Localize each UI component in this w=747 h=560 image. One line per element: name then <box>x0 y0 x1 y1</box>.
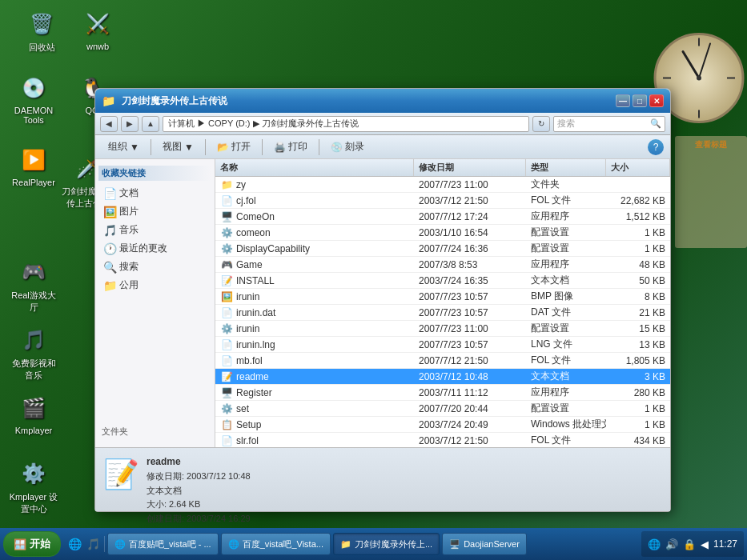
desktop-icon-kmset[interactable]: ⚙️ Kmplayer 设置中心 <box>8 458 59 515</box>
breadcrumb[interactable]: 计算机 ▶ COPY (D:) ▶ 刀剑封魔录外传上古传说 <box>163 116 529 132</box>
file-row[interactable]: 📄 slr.fol 2003/7/12 21:50 FOL 文件 434 KB <box>215 433 670 447</box>
file-size-cell: 280 KB <box>606 385 670 400</box>
tray-network[interactable]: 🌐 <box>648 538 661 550</box>
baidu2-label: 百度_vista吧_Vista... <box>243 538 323 550</box>
file-type-icon: 📄 <box>220 338 233 351</box>
file-row[interactable]: 📁 zy 2007/7/23 11:00 文件夹 <box>215 177 670 193</box>
file-name: readme <box>236 371 269 382</box>
panel-item-search[interactable]: 🔍 搜索 <box>98 258 211 276</box>
file-list[interactable]: 名称 修改日期 类型 大小 📁 zy 2007/7/23 11:00 文件夹 📄… <box>215 159 670 447</box>
view-button[interactable]: 视图 ▼ <box>156 138 200 155</box>
taskbar: 🪟 开始 🌐 🎵 🌐 百度贴吧_vista吧 - ... 🌐 百度_vista吧… <box>0 528 747 560</box>
minimize-button[interactable]: — <box>616 94 630 107</box>
tray-time: 11:27 <box>713 538 737 550</box>
back-button[interactable]: ◀ <box>100 116 118 132</box>
file-date-cell: 2007/7/20 20:44 <box>414 401 526 416</box>
file-name: Game <box>236 259 263 270</box>
file-name: INSTALL <box>236 275 275 286</box>
taskbar-item-baidu1[interactable]: 🌐 百度贴吧_vista吧 - ... <box>107 533 219 555</box>
file-size-cell: 434 KB <box>606 433 670 447</box>
organize-button[interactable]: 组织 ▼ <box>102 138 146 155</box>
file-type-cell: 应用程序 <box>526 385 606 400</box>
file-row[interactable]: 📝 readme 2003/7/12 10:48 文本文档 3 KB <box>215 369 670 385</box>
refresh-button[interactable]: ↻ <box>532 116 550 132</box>
taskbar-item-daojian[interactable]: 🖥️ DaojianServer <box>442 533 527 555</box>
forward-button[interactable]: ▶ <box>121 116 139 132</box>
daemon-icon: 💿 <box>18 72 50 104</box>
ql-media[interactable]: 🎵 <box>85 536 101 552</box>
panel-item-public[interactable]: 📁 公用 <box>98 276 211 294</box>
file-type-cell: 文本文档 <box>526 369 606 384</box>
file-row[interactable]: 🖥️ ComeOn 2007/7/12 17:24 应用程序 1,512 KB <box>215 209 670 225</box>
file-type-cell: 应用程序 <box>526 257 606 272</box>
baidu1-icon: 🌐 <box>114 539 126 550</box>
file-type-icon: 📄 <box>220 434 233 447</box>
file-type-cell: FOL 文件 <box>526 433 606 447</box>
organize-label: 组织 <box>108 140 127 154</box>
file-type-icon: 🎮 <box>220 258 233 271</box>
file-row[interactable]: 📄 irunin.dat 2007/7/23 10:57 DAT 文件 21 K… <box>215 305 670 321</box>
help-button[interactable]: ? <box>648 139 664 155</box>
file-type-cell: BMP 图像 <box>526 289 606 304</box>
recent-label: 最近的更改 <box>119 242 167 255</box>
file-row[interactable]: ⚙️ set 2007/7/20 20:44 配置设置 1 KB <box>215 401 670 417</box>
panel-item-recent[interactable]: 🕐 最近的更改 <box>98 239 211 258</box>
col-size[interactable]: 大小 <box>606 159 670 176</box>
file-size-cell: 13 KB <box>606 337 670 352</box>
file-row[interactable]: 📄 mb.fol 2007/7/12 21:50 FOL 文件 1,805 KB <box>215 353 670 369</box>
file-name: comeon <box>236 227 271 238</box>
print-button[interactable]: 🖨️ 打印 <box>267 138 314 155</box>
file-type-cell: 文件夹 <box>526 177 606 192</box>
file-row[interactable]: 📝 INSTALL 2003/7/24 16:35 文本文档 50 KB <box>215 273 670 289</box>
tray-volume[interactable]: 🔊 <box>665 538 678 550</box>
desktop-icon-kmplayer[interactable]: 🎬 Kmplayer <box>8 392 59 435</box>
file-row[interactable]: 📋 Setup 2003/7/24 20:49 Windows 批处理文件 1 … <box>215 417 670 433</box>
desktop-icon-daemon[interactable]: 💿 DAEMON Tools <box>8 72 59 125</box>
file-row[interactable]: 📄 irunin.lng 2007/7/23 10:57 LNG 文件 13 K… <box>215 337 670 353</box>
desktop-icon-wnwb[interactable]: ⚔️ wnwb <box>72 8 123 51</box>
file-name-cell: 📋 Setup <box>215 417 414 432</box>
panel-item-pics[interactable]: 🖼️ 图片 <box>98 202 211 221</box>
svg-point-7 <box>697 76 701 81</box>
swords-taskbar-icon: 📁 <box>340 539 351 550</box>
maximize-button[interactable]: □ <box>633 94 647 107</box>
open-button[interactable]: 📂 打开 <box>211 138 257 155</box>
desktop-icon-free[interactable]: 🎵 免费影视和音乐 <box>8 324 59 382</box>
file-type-cell: Windows 批处理文件 <box>526 417 606 432</box>
up-button[interactable]: ▲ <box>142 116 159 132</box>
file-row[interactable]: ⚙️ DisplayCapability 2007/7/24 16:36 配置设… <box>215 241 670 257</box>
favorites-title: 收藏夹链接 <box>98 166 211 181</box>
file-type-icon: 📁 <box>220 178 233 191</box>
taskbar-item-baidu2[interactable]: 🌐 百度_vista吧_Vista... <box>221 533 331 555</box>
close-button[interactable]: ✕ <box>649 94 664 107</box>
file-row[interactable]: 🖥️ Register 2003/7/11 11:12 应用程序 280 KB <box>215 385 670 401</box>
start-button[interactable]: 🪟 开始 <box>3 531 61 557</box>
file-name-cell: 📄 irunin.lng <box>215 337 414 352</box>
desktop-icon-games[interactable]: 🎮 Real游戏大厅 <box>8 256 59 314</box>
status-created: 创建日期: 2003/7/24 16:29 <box>147 512 251 526</box>
desktop-icon-realplayer[interactable]: ▶️ RealPlayer <box>8 144 59 187</box>
recent-icon: 🕐 <box>103 242 116 255</box>
panel-item-docs[interactable]: 📄 文档 <box>98 184 211 202</box>
file-row[interactable]: 📄 cj.fol 2003/7/12 21:50 FOL 文件 22,682 K… <box>215 193 670 209</box>
desktop-icon-recycle[interactable]: 🗑️ 回收站 <box>16 8 67 54</box>
burn-button[interactable]: 💿 刻录 <box>324 138 371 155</box>
file-row[interactable]: ⚙️ irunin 2007/7/23 11:00 配置设置 15 KB <box>215 321 670 337</box>
file-size-cell: 22,682 KB <box>606 193 670 208</box>
taskbar-item-swords[interactable]: 📁 刀剑封魔录外传上... <box>333 533 440 555</box>
ql-ie[interactable]: 🌐 <box>66 536 82 552</box>
wnwb-icon: ⚔️ <box>82 8 114 40</box>
file-row[interactable]: 🎮 Game 2007/3/8 8:53 应用程序 48 KB <box>215 257 670 273</box>
file-size-cell: 48 KB <box>606 257 670 272</box>
col-type[interactable]: 类型 <box>526 159 606 176</box>
col-name[interactable]: 名称 <box>215 159 414 176</box>
file-row[interactable]: ⚙️ comeon 2003/1/10 16:54 配置设置 1 KB <box>215 225 670 241</box>
tray-arrow[interactable]: ◀ <box>701 538 709 550</box>
col-date[interactable]: 修改日期 <box>414 159 526 176</box>
file-name: irunin <box>236 291 259 302</box>
file-row[interactable]: 🖼️ irunin 2007/7/23 10:57 BMP 图像 8 KB <box>215 289 670 305</box>
file-date-cell: 2003/7/24 16:35 <box>414 273 526 288</box>
tray-security[interactable]: 🔒 <box>683 538 696 550</box>
search-bar[interactable]: 搜索 🔍 <box>553 116 665 132</box>
panel-item-music[interactable]: 🎵 音乐 <box>98 221 211 239</box>
